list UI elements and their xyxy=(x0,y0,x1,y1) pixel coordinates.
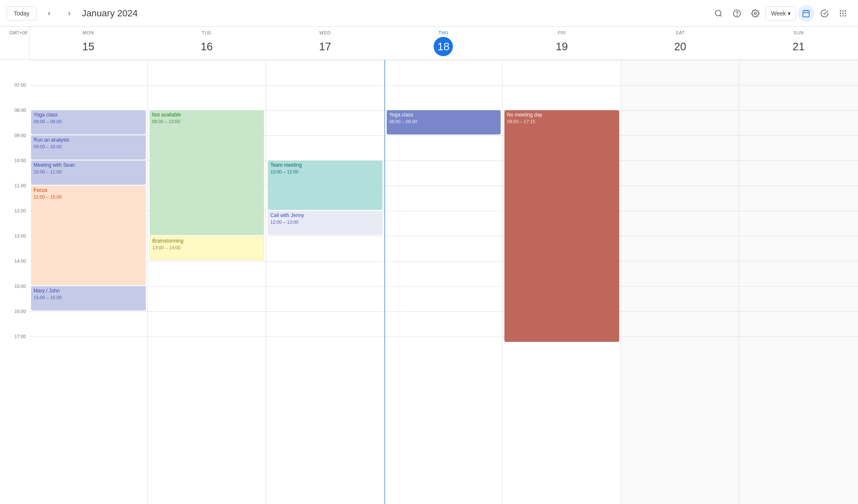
hour-row xyxy=(385,236,503,261)
event-team-meeting-wed[interactable]: Team meeting 10:00 – 12:00 xyxy=(268,160,382,210)
event-sean-mon[interactable]: Meeting with Sean 10:00 – 11:00 xyxy=(31,160,146,185)
day-name-thu: THU xyxy=(385,30,503,35)
day-header-sat: SAT 20 xyxy=(621,27,740,59)
hour-row xyxy=(621,236,739,261)
event-title: Not available xyxy=(152,112,262,119)
week-selector-button[interactable]: Week ▾ xyxy=(765,6,796,21)
search-button[interactable] xyxy=(710,5,727,22)
hour-row xyxy=(148,336,266,362)
time-label-1000: 10:00 xyxy=(0,158,29,183)
hour-row xyxy=(148,286,266,311)
hour-row xyxy=(266,311,384,336)
svg-point-0 xyxy=(716,10,721,16)
help-button[interactable] xyxy=(729,5,745,22)
apps-button[interactable] xyxy=(835,5,851,22)
event-time: 09:00 – 10:00 xyxy=(34,144,143,150)
hour-row xyxy=(739,286,858,311)
settings-button[interactable] xyxy=(747,5,764,22)
tasks-view-button[interactable] xyxy=(816,5,833,22)
day-name-mon: MON xyxy=(29,30,147,35)
event-title: Brainstorming xyxy=(152,238,261,245)
hour-row xyxy=(739,85,858,110)
event-title: No meeting day xyxy=(507,112,617,119)
grid-columns: Yoga class 08:00 – 09:00 Run an analysis… xyxy=(29,60,858,504)
hour-row xyxy=(266,135,384,160)
hour-row xyxy=(385,160,503,186)
event-title: Call with Jenny xyxy=(270,212,380,219)
hour-row xyxy=(739,186,858,211)
event-yoga-mon[interactable]: Yoga class 08:00 – 09:00 xyxy=(31,110,146,134)
day-column-sat xyxy=(621,60,740,504)
hour-row xyxy=(739,60,858,85)
hour-row xyxy=(266,286,384,311)
day-num-fri[interactable]: 19 xyxy=(552,37,571,56)
svg-rect-5 xyxy=(803,10,809,17)
svg-point-9 xyxy=(840,10,841,11)
hour-row xyxy=(739,211,858,236)
event-time: 10:00 – 12:00 xyxy=(270,169,380,175)
event-analysis-mon[interactable]: Run an analysis 09:00 – 10:00 xyxy=(31,135,146,160)
hour-row xyxy=(266,60,384,85)
day-name-sat: SAT xyxy=(621,30,739,35)
hour-row xyxy=(621,211,739,236)
hour-row xyxy=(739,311,858,336)
svg-point-11 xyxy=(845,10,846,11)
event-notavail-tue[interactable]: Not available 08:00 – 13:00 xyxy=(150,110,264,235)
next-button[interactable]: › xyxy=(62,6,77,21)
svg-point-12 xyxy=(840,13,841,14)
hour-row xyxy=(266,261,384,286)
event-title: Team meeting xyxy=(270,162,380,169)
calendar-view-button[interactable] xyxy=(798,5,814,22)
day-num-thu[interactable]: 18 xyxy=(434,37,453,56)
hour-row xyxy=(266,85,384,110)
hour-row xyxy=(621,261,739,286)
hour-row xyxy=(148,60,266,85)
event-focus-mon[interactable]: Focus 11:00 – 15:00 xyxy=(31,186,146,285)
gear-icon xyxy=(751,9,760,18)
hour-row xyxy=(503,85,621,110)
event-jenny-wed[interactable]: Call with Jenny 12:00 – 13:00 xyxy=(268,211,382,235)
day-num-wed[interactable]: 17 xyxy=(315,37,335,56)
hour-row xyxy=(739,336,858,362)
day-headers: GMT+08 MON 15 TUE 16 WED 17 THU 18 FRI 1… xyxy=(0,27,858,60)
calendar-icon xyxy=(802,9,810,18)
hour-row xyxy=(148,311,266,336)
day-num-tue[interactable]: 16 xyxy=(197,37,216,56)
hour-row xyxy=(739,110,858,135)
prev-button[interactable]: ‹ xyxy=(41,6,57,21)
today-button[interactable]: Today xyxy=(7,6,36,21)
header: Today ‹ › January 2024 Week ▾ xyxy=(0,0,858,27)
check-circle-icon xyxy=(820,9,829,18)
event-nomeeting-fri[interactable]: No meeting day 08:00 – 17:15 xyxy=(504,110,619,342)
hour-row xyxy=(739,160,858,186)
hour-row xyxy=(29,311,147,336)
event-brainstorm-tue[interactable]: Brainstorming 13:00 – 14:00 xyxy=(150,236,264,260)
day-header-fri: FRI 19 xyxy=(503,27,621,59)
time-grid[interactable]: 07:00 08:00 09:00 10:00 11:00 12:00 13:0… xyxy=(0,60,858,504)
calendar: GMT+08 MON 15 TUE 16 WED 17 THU 18 FRI 1… xyxy=(0,27,858,504)
time-label-1300: 13:00 xyxy=(0,233,29,258)
day-column-tue: Not available 08:00 – 13:00 Brainstormin… xyxy=(148,60,266,504)
event-title: Run an analysis xyxy=(34,137,143,144)
day-num-sat[interactable]: 20 xyxy=(671,37,690,56)
hour-row xyxy=(385,85,503,110)
day-header-mon: MON 15 xyxy=(29,27,148,59)
calendar-title: January 2024 xyxy=(82,8,137,19)
event-title: Meeting with Sean xyxy=(34,162,143,169)
svg-point-13 xyxy=(842,13,843,14)
hour-row xyxy=(503,60,621,85)
time-labels: 07:00 08:00 09:00 10:00 11:00 12:00 13:0… xyxy=(0,60,29,504)
time-label-1100: 11:00 xyxy=(0,183,29,208)
day-header-tue: TUE 16 xyxy=(148,27,266,59)
day-column-fri: No meeting day 08:00 – 17:15 xyxy=(503,60,621,504)
day-num-mon[interactable]: 15 xyxy=(79,37,98,56)
event-maryjohn-mon[interactable]: Mary / John 15:00 – 16:00 xyxy=(31,286,146,310)
hour-row xyxy=(266,336,384,362)
event-title: Yoga class xyxy=(34,112,143,119)
time-label-1200: 12:00 xyxy=(0,208,29,233)
day-name-fri: FRI xyxy=(503,30,621,35)
day-num-sun[interactable]: 21 xyxy=(789,37,808,56)
hour-row xyxy=(266,236,384,261)
event-yoga-thu[interactable]: Yoga class 08:00 – 09:00 xyxy=(387,110,501,134)
hour-row xyxy=(148,261,266,286)
